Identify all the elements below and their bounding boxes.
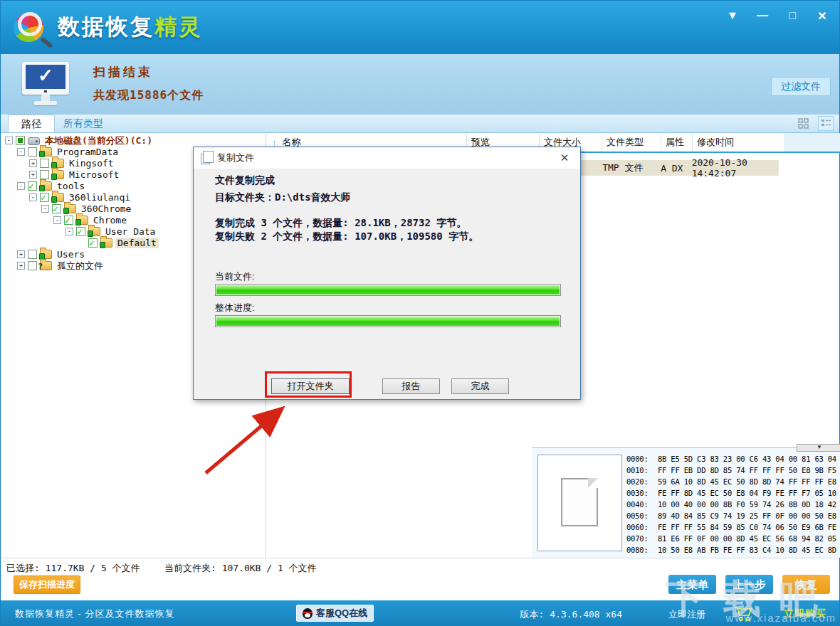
tree-item[interactable]: 本地磁盘(当前分区)(C:) [1, 134, 266, 146]
tree-indent [1, 208, 41, 209]
target-folder-line: 目标文件夹：D:\dts音效大师 [215, 191, 351, 204]
tree-indent [1, 254, 17, 255]
shopping-cart-icon[interactable] [733, 605, 754, 625]
tree-expander-icon[interactable] [53, 216, 61, 224]
dialog-titlebar[interactable]: 复制文件 ✕ [194, 147, 580, 169]
tree-item-label[interactable]: tools [55, 181, 87, 191]
tree-checkbox[interactable] [64, 216, 73, 225]
column-attributes[interactable]: 属性 [661, 133, 693, 152]
tree-expander-icon[interactable] [17, 148, 25, 156]
tree-item-label[interactable]: ProgramData [55, 147, 120, 157]
tab-all-types[interactable]: 所有类型 [63, 117, 103, 130]
tab-path[interactable]: 路径 [8, 115, 55, 132]
hex-row: 0030:FE FF 8D 45 EC 50 E8 04 F9 FE FF F7… [626, 489, 840, 500]
tree-expander-icon[interactable] [29, 171, 37, 179]
tree-checkbox[interactable] [28, 181, 37, 191]
qq-penguin-icon [303, 608, 313, 619]
tree-item-label[interactable]: 孤立的文件 [55, 260, 105, 271]
footer-app-line: 数据恢复精灵 - 分区及文件数据恢复 [15, 608, 175, 620]
save-scan-progress-button[interactable]: 保存扫描进度 [14, 575, 80, 594]
tree-indent [1, 186, 17, 186]
column-modified[interactable]: 修改时间 [693, 133, 785, 152]
dialog-title: 复制文件 [217, 152, 254, 164]
tree-checkbox[interactable] [28, 147, 37, 156]
open-folder-button[interactable]: 打开文件夹 [271, 378, 350, 394]
report-button[interactable]: 报告 [382, 378, 440, 394]
tree-expander-icon[interactable] [17, 250, 25, 258]
tree-checkbox[interactable] [40, 193, 49, 202]
list-view-icon[interactable] [818, 116, 834, 131]
hex-row: 0010:FF FF EB DD 8D 85 74 FF FF FF 50 E8… [626, 466, 840, 477]
scan-status-title: 扫描结束 [93, 64, 153, 80]
finish-button[interactable]: 完成 [451, 378, 509, 394]
tree-checkbox[interactable] [16, 136, 25, 145]
tree-item-label[interactable]: Kingsoft [67, 158, 116, 169]
tree-expander-icon[interactable] [17, 182, 25, 190]
titlebar: 数据恢复精灵 ▼ — □ ✕ [1, 1, 839, 54]
tree-item-label[interactable]: Default [115, 238, 159, 248]
column-type[interactable]: 文件类型 [602, 133, 661, 152]
tree-expander-icon[interactable] [17, 262, 25, 270]
previous-step-button[interactable]: 上一步 [725, 575, 773, 594]
column-spacer [785, 133, 840, 152]
dialog-close-icon[interactable]: ✕ [557, 152, 572, 164]
tree-checkbox[interactable] [28, 250, 37, 259]
folder-icon [52, 170, 64, 179]
close-button[interactable]: ✕ [815, 9, 829, 23]
tree-expander-icon[interactable] [41, 205, 49, 213]
footer-bar: 数据恢复精灵 - 分区及文件数据恢复 客服QQ在线 版本: 4.3.6.408 … [1, 600, 839, 626]
minimize-button[interactable]: — [755, 9, 770, 23]
tree-expander-icon[interactable] [5, 137, 13, 144]
hex-row: 0080:10 50 E8 AB FB FE FF 83 C4 10 8D 45… [626, 546, 840, 557]
overall-progressbar [215, 315, 561, 327]
register-link[interactable]: 立即注册 [668, 608, 705, 621]
current-folder-summary: 当前文件夹: 107.0KB / 1 个文件 [164, 562, 317, 575]
tree-checkbox[interactable] [40, 159, 49, 168]
tab-bar: 路径 所有类型 [1, 115, 839, 133]
selected-summary: 已选择: 117.7KB / 5 个文件 [6, 562, 140, 575]
folder-icon [88, 227, 100, 236]
tree-indent [1, 243, 78, 243]
tree-item-label[interactable]: Users [55, 249, 87, 260]
copy-files-dialog: 复制文件 ✕ 文件复制完成 目标文件夹：D:\dts音效大师 复制完成 3 个文… [193, 147, 581, 400]
tree-item-label[interactable]: Microsoft [67, 169, 121, 180]
splitter-handle[interactable]: ▼ [797, 444, 840, 452]
tree-indent [1, 265, 17, 266]
folder-icon [52, 159, 64, 168]
tree-checkbox[interactable] [40, 170, 49, 179]
filter-files-button[interactable]: 过滤文件 [771, 77, 831, 96]
tree-checkbox[interactable] [28, 261, 37, 270]
tree-item-label[interactable]: User Data [103, 226, 157, 237]
maximize-button[interactable]: □ [785, 9, 799, 23]
hex-row: 0040:10 00 40 00 00 8B F0 59 74 26 8B 0D… [626, 500, 840, 511]
tree-item-label[interactable]: Chrome [91, 215, 129, 226]
customer-service-qq-button[interactable]: 客服QQ在线 [296, 605, 374, 622]
tree-indent [1, 220, 53, 221]
tree-item-label[interactable]: 本地磁盘(当前分区)(C:) [43, 135, 154, 146]
main-menu-button[interactable]: 主菜单 [668, 575, 716, 594]
scan-complete-icon: ✓ [22, 62, 69, 106]
file-preview-box [537, 455, 622, 551]
app-window: 数据恢复精灵 ▼ — □ ✕ ✓ 扫描结束 共发现15886个文件 过滤文件 路… [0, 0, 840, 626]
buy-now-link[interactable]: 立即购买 [784, 608, 826, 620]
tree-expander-icon[interactable] [29, 193, 37, 201]
tree-expander-icon[interactable] [65, 228, 73, 235]
folder-icon [40, 181, 52, 191]
file-type-cell: TMP 文件 [598, 161, 656, 174]
grid-view-icon[interactable] [795, 116, 811, 131]
folder-icon [64, 204, 76, 213]
tree-checkbox[interactable] [76, 227, 85, 236]
tree-item-label[interactable]: 360Chrome [79, 203, 133, 214]
menu-dropdown-icon[interactable]: ▼ [725, 9, 740, 23]
tree-checkbox[interactable] [88, 238, 98, 248]
app-logo-icon [12, 8, 52, 48]
recover-button[interactable]: 恢复 [782, 575, 830, 594]
tree-checkbox[interactable] [52, 204, 61, 213]
app-title: 数据恢复精灵 [58, 12, 203, 42]
tree-expander-icon[interactable] [29, 159, 37, 167]
tree-item-label[interactable]: 360liulanqi [67, 192, 132, 203]
folder-icon [52, 193, 64, 202]
status-strip: 已选择: 117.7KB / 5 个文件 当前文件夹: 107.0KB / 1 … [1, 558, 839, 600]
folder-icon [28, 137, 40, 145]
tree-indent [1, 197, 29, 198]
